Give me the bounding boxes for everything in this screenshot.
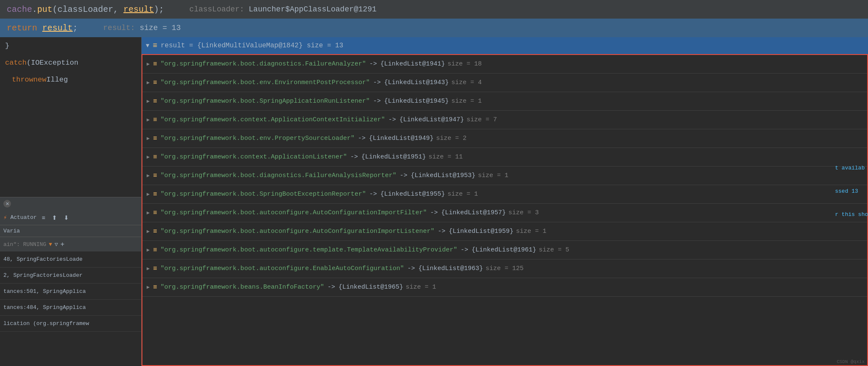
debug-panel: ✕ ⚡ Actuator ≡ ⬆ ⬇ Varia ain": RUNNING [0, 197, 141, 366]
entry-row-1[interactable]: ▶ ≡ "org.springframework.boot.env.Enviro… [142, 74, 867, 92]
throw-keyword: throw [12, 76, 33, 84]
entry-value-11: {LinkedList@1963} [418, 265, 483, 272]
code-line-2-debug: result: size = 13 [103, 24, 181, 32]
thread-status-row: ain": RUNNING ▼ ▽ + [0, 237, 141, 251]
entry-value-0: {LinkedList@1941} [380, 60, 445, 68]
right-panel: ▼ ≡ result = {LinkedMultiValueMap@1842} … [142, 37, 868, 366]
left-panel: } catch (IOException throw new Illeg [0, 37, 142, 366]
entry-key-9: "org.springframework.boot.autoconfigure.… [161, 228, 434, 235]
list-item[interactable]: 2, SpringFactoriesLoader [0, 268, 141, 284]
entry-value-1: {LinkedList@1943} [384, 79, 449, 86]
entry-value-5: {LinkedList@1951} [361, 153, 426, 161]
arrow-right-8: -> [430, 209, 438, 216]
expand-arrow-2[interactable]: ▶ [147, 98, 150, 104]
entry-key-1: "org.springframework.boot.env.Environmen… [161, 79, 370, 86]
variables-label: Varia [0, 225, 141, 237]
watermark: CSDN @qxix [837, 359, 865, 364]
thread-name: ain": RUNNING [3, 241, 46, 248]
collapse-arrow[interactable]: ▼ [146, 42, 149, 49]
arrow-right-1: -> [373, 79, 381, 86]
popup-header-row: ▼ ≡ result = {LinkedMultiValueMap@1842} … [142, 37, 868, 54]
list-icon-0: ≡ [153, 60, 157, 68]
entry-value-4: {LinkedList@1949} [369, 135, 434, 142]
code-line-1: cache.put(classLoader, result); classLoa… [0, 0, 868, 19]
closing-brace: } [5, 42, 9, 50]
expand-arrow-3[interactable]: ▶ [147, 117, 150, 123]
entry-key-8: "org.springframework.boot.autoconfigure.… [161, 209, 427, 216]
arrow-right-10: -> [461, 246, 468, 254]
list-item[interactable]: tances:484, SpringApplica [0, 300, 141, 316]
entry-row-8[interactable]: ▶ ≡ "org.springframework.boot.autoconfig… [142, 204, 867, 222]
root: cache.put(classLoader, result); classLoa… [0, 0, 868, 366]
list-item[interactable]: tances:501, SpringApplica [0, 284, 141, 300]
expand-arrow-6[interactable]: ▶ [147, 172, 150, 179]
entry-row-5[interactable]: ▶ ≡ "org.springframework.context.Applica… [142, 148, 867, 167]
entry-key-11: "org.springframework.boot.autoconfigure.… [161, 265, 404, 272]
entry-key-0: "org.springframework.boot.diagnostics.Fa… [161, 60, 366, 68]
arrow-right-11: -> [407, 265, 415, 272]
entry-row-12[interactable]: ▶ ≡ "org.springframework.beans.BeanInfoF… [142, 278, 867, 297]
filter-button[interactable]: ▽ [55, 241, 58, 248]
entry-size-10: size = 5 [539, 246, 569, 254]
entry-value-12: {LinkedList@1965} [338, 284, 403, 291]
expand-arrow-9[interactable]: ▶ [147, 228, 150, 235]
right-notes: t availab ssed 13 r this sho [835, 165, 868, 218]
arrow-right-2: -> [373, 98, 381, 105]
entry-key-5: "org.springframework.context.Application… [161, 153, 347, 161]
hamburger-button[interactable]: ≡ [40, 213, 47, 222]
close-button[interactable]: ✕ [3, 200, 11, 208]
code-line-2-left: return result; [7, 23, 78, 33]
expand-arrow-12[interactable]: ▶ [147, 284, 150, 290]
expand-arrow-5[interactable]: ▶ [147, 154, 150, 160]
list-icon: ≡ [153, 41, 157, 50]
list-icon-4: ≡ [153, 135, 157, 142]
entry-row-3[interactable]: ▶ ≡ "org.springframework.context.Applica… [142, 111, 867, 129]
add-button[interactable]: + [60, 240, 64, 248]
expand-arrow-8[interactable]: ▶ [147, 210, 150, 216]
expand-arrow-11[interactable]: ▶ [147, 265, 150, 272]
entry-size-7: size = 1 [448, 191, 478, 198]
actuator-icon: ⚡ [3, 214, 7, 221]
code-line-2: return result; result: size = 13 [0, 19, 868, 37]
main-layout: } catch (IOException throw new Illeg [0, 37, 868, 366]
entry-row-9[interactable]: ▶ ≡ "org.springframework.boot.autoconfig… [142, 222, 867, 241]
entry-value-6: {LinkedList@1953} [411, 172, 475, 179]
entry-value-7: {LinkedList@1955} [380, 191, 445, 198]
entry-row-2[interactable]: ▶ ≡ "org.springframework.boot.SpringAppl… [142, 92, 867, 111]
throw-text: Illeg [46, 76, 68, 84]
entry-key-10: "org.springframework.boot.autoconfigure.… [161, 246, 457, 254]
entry-row-7[interactable]: ▶ ≡ "org.springframework.boot.SpringBoot… [142, 185, 867, 204]
download-button[interactable]: ⬇ [62, 213, 71, 222]
actuator-label: Actuator [10, 214, 36, 221]
arrow-right-3: -> [388, 116, 396, 123]
list-icon-5: ≡ [153, 153, 157, 161]
expand-arrow-7[interactable]: ▶ [147, 191, 150, 197]
entry-size-4: size = 2 [436, 135, 467, 142]
entry-size-3: size = 7 [467, 116, 497, 123]
expand-arrow-0[interactable]: ▶ [147, 61, 150, 67]
entry-size-12: size = 1 [406, 284, 436, 291]
note-3: r this sho [835, 211, 868, 218]
catch-line: catch (IOException [0, 54, 141, 71]
entry-row-6[interactable]: ▶ ≡ "org.springframework.boot.diagnostic… [142, 167, 867, 185]
debug-close-bar: ✕ [0, 197, 141, 210]
expand-arrow-1[interactable]: ▶ [147, 79, 150, 86]
entry-row-11[interactable]: ▶ ≡ "org.springframework.boot.autoconfig… [142, 259, 867, 278]
closing-brace-line: } [0, 37, 141, 54]
expand-arrow-4[interactable]: ▶ [147, 135, 150, 142]
entry-size-5: size = 11 [429, 153, 463, 161]
upload-button[interactable]: ⬆ [50, 213, 59, 222]
list-item[interactable]: lication (org.springframew [0, 316, 141, 332]
code-line-1-debug: classLoader: Launcher$AppClassLoader@129… [189, 5, 377, 14]
list-icon-1: ≡ [153, 79, 157, 87]
expand-arrow-10[interactable]: ▶ [147, 247, 150, 253]
entry-key-2: "org.springframework.boot.SpringApplicat… [161, 98, 370, 105]
entry-key-4: "org.springframework.boot.env.PropertySo… [161, 135, 355, 142]
entry-row-4[interactable]: ▶ ≡ "org.springframework.boot.env.Proper… [142, 129, 867, 148]
list-item[interactable]: 48, SpringFactoriesLoade [0, 251, 141, 268]
list-icon-2: ≡ [153, 98, 157, 105]
entry-row-0[interactable]: ▶ ≡ "org.springframework.boot.diagnostic… [142, 55, 867, 74]
entry-size-11: size = 125 [486, 265, 524, 272]
entry-row-10[interactable]: ▶ ≡ "org.springframework.boot.autoconfig… [142, 241, 867, 259]
items-container: ▶ ≡ "org.springframework.boot.diagnostic… [142, 54, 868, 366]
